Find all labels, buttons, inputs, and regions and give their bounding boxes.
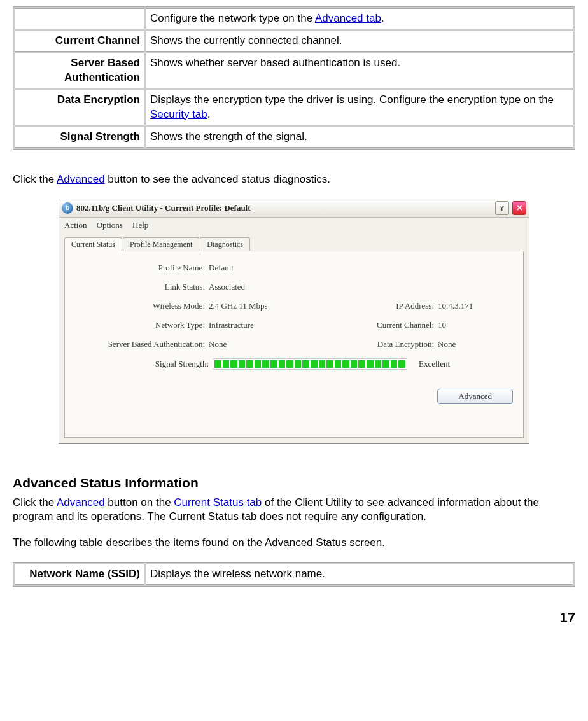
server-auth-label: Server Based Authentication: <box>75 339 209 349</box>
signal-strength-text: Excellent <box>419 359 450 369</box>
app-icon: b <box>62 202 73 214</box>
row-label: Data Encryption <box>15 90 144 125</box>
row-desc: Displays the encryption type the driver … <box>146 90 573 125</box>
data-encryption-value: None <box>438 339 508 349</box>
current-channel-value: 10 <box>438 320 508 330</box>
menu-help[interactable]: Help <box>132 220 148 230</box>
table-row: Server Based Authentication Shows whethe… <box>15 53 573 88</box>
row-desc: Shows whether server based authenticatio… <box>146 53 573 88</box>
menu-action[interactable]: Action <box>64 220 87 230</box>
signal-strength-label: Signal Strength: <box>75 359 213 369</box>
profile-name-value: Default <box>209 263 330 273</box>
advanced-button[interactable]: Advanced <box>437 389 513 404</box>
window: b 802.11b/g Client Utility - Current Pro… <box>59 199 529 444</box>
menubar: Action Options Help <box>59 218 529 233</box>
tab-profile-management[interactable]: Profile Management <box>123 237 199 251</box>
text: Configure the network type on the <box>150 12 315 24</box>
tab-row: Current Status Profile Management Diagno… <box>59 233 529 251</box>
advanced-link[interactable]: Advanced <box>57 173 105 185</box>
tab-panel: Profile Name: Default Link Status: Assoc… <box>64 251 524 438</box>
profile-name-label: Profile Name: <box>75 263 209 273</box>
text: . <box>381 12 384 24</box>
advanced-link-2[interactable]: Advanced <box>57 496 105 508</box>
wireless-mode-value: 2.4 GHz 11 Mbps <box>209 301 330 311</box>
window-title: 802.11b/g Client Utility - Current Profi… <box>76 203 492 213</box>
row-label: Server Based Authentication <box>15 53 144 88</box>
text: Click the <box>13 496 57 508</box>
row-label: Signal Strength <box>15 127 144 148</box>
advanced-status-table: Network Name (SSID) Displays the wireles… <box>13 562 575 587</box>
network-type-value: Infrastructure <box>209 320 330 330</box>
ip-address-value: 10.4.3.171 <box>438 301 508 311</box>
status-grid: Profile Name: Default Link Status: Assoc… <box>75 263 513 349</box>
close-button[interactable]: ✕ <box>512 201 526 215</box>
row-label: Network Name (SSID) <box>15 564 144 585</box>
section-heading-advanced-status: Advanced Status Information <box>13 475 575 491</box>
advanced-tab-link[interactable]: Advanced tab <box>315 12 381 24</box>
row-desc: Shows the currently connected channel. <box>146 31 573 52</box>
security-tab-link[interactable]: Security tab <box>150 108 207 120</box>
text: button to see the advanced status diagno… <box>105 173 330 185</box>
page-number: 17 <box>13 610 575 626</box>
row-label: Current Channel <box>15 31 144 52</box>
table-row: Configure the network type on the Advanc… <box>15 8 573 29</box>
table-row: Signal Strength Shows the strength of th… <box>15 127 573 148</box>
signal-strength-row: Signal Strength: Excellent <box>75 358 513 370</box>
link-status-label: Link Status: <box>75 282 209 292</box>
network-type-label: Network Type: <box>75 320 209 330</box>
current-channel-label: Current Channel: <box>330 320 438 330</box>
signal-strength-bar <box>213 358 407 370</box>
menu-options[interactable]: Options <box>97 220 123 230</box>
text: button on the <box>105 496 174 508</box>
tab-diagnostics[interactable]: Diagnostics <box>200 237 250 251</box>
table-row: Network Name (SSID) Displays the wireles… <box>15 564 573 585</box>
client-utility-screenshot: b 802.11b/g Client Utility - Current Pro… <box>59 199 529 444</box>
text: . <box>207 108 211 120</box>
row-desc: Shows the strength of the signal. <box>146 127 573 148</box>
paragraph-advanced-link: Click the Advanced button to see the adv… <box>13 172 575 187</box>
text: Displays the encryption type the driver … <box>150 94 554 106</box>
advanced-button-row: Advanced <box>75 389 513 404</box>
titlebar: b 802.11b/g Client Utility - Current Pro… <box>59 199 529 218</box>
wireless-mode-label: Wireless Mode: <box>75 301 209 311</box>
table-row: Current Channel Shows the currently conn… <box>15 31 573 52</box>
link-status-value: Associated <box>209 282 330 292</box>
data-encryption-label: Data Encryption: <box>330 339 438 349</box>
help-button[interactable]: ? <box>495 201 509 215</box>
table-row: Data Encryption Displays the encryption … <box>15 90 573 125</box>
row-label <box>15 8 144 29</box>
text: Click the <box>13 173 57 185</box>
advanced-status-lead-in: The following table describes the items … <box>13 536 575 550</box>
row-desc: Displays the wireless network name. <box>146 564 573 585</box>
server-auth-value: None <box>209 339 330 349</box>
row-desc: Configure the network type on the Advanc… <box>146 8 573 29</box>
ip-address-label: IP Address: <box>330 301 438 311</box>
tab-current-status[interactable]: Current Status <box>64 237 122 251</box>
status-description-table: Configure the network type on the Advanc… <box>13 6 575 150</box>
advanced-status-paragraph: Click the Advanced button on the Current… <box>13 496 575 525</box>
current-status-tab-link[interactable]: Current Status tab <box>174 496 262 508</box>
